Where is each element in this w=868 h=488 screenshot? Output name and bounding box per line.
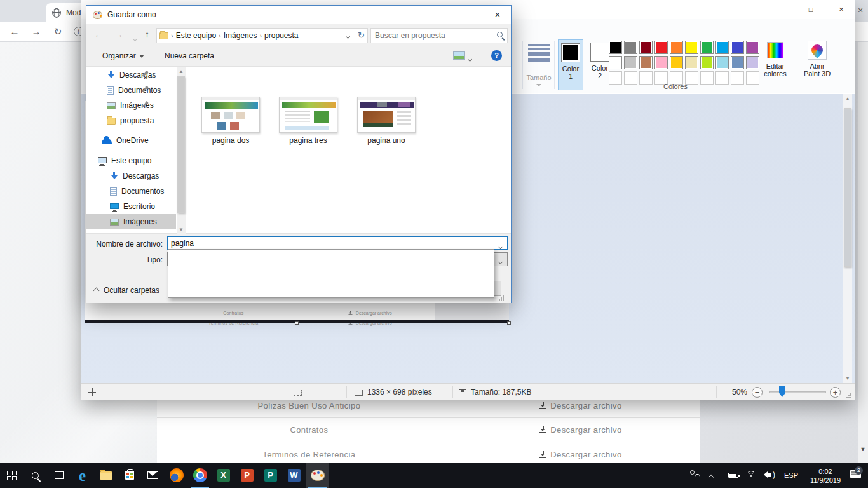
file-item[interactable]: pagina dos — [192, 97, 269, 145]
nav-forward-icon[interactable]: → — [114, 29, 123, 39]
palette-swatch-empty[interactable] — [624, 71, 637, 85]
sidebar-item-propuesta[interactable]: propuesta — [86, 113, 176, 128]
palette-swatch[interactable] — [654, 41, 668, 54]
palette-swatch[interactable] — [700, 41, 714, 54]
sidebar-item-este-equipo[interactable]: Este equipo — [86, 153, 176, 168]
sidebar-item-imagenes-selected[interactable]: Imágenes — [86, 214, 176, 229]
zoom-slider-track[interactable] — [769, 391, 826, 393]
breadcrumb[interactable]: › Este equipo › Imágenes › propuesta — [156, 28, 355, 43]
minimize-button[interactable]: — — [771, 4, 790, 15]
taskbar-word[interactable]: W — [282, 463, 306, 488]
filename-field[interactable] — [167, 236, 508, 250]
open-paint3d-button[interactable]: AbrirPaint 3D — [799, 39, 835, 90]
palette-swatch[interactable] — [609, 41, 622, 54]
palette-swatch[interactable] — [624, 41, 637, 54]
download-link[interactable]: Descargar archivo — [461, 401, 700, 410]
palette-swatch[interactable] — [654, 56, 668, 69]
breadcrumb-segment[interactable]: Este equipo — [176, 31, 216, 40]
palette-swatch[interactable] — [715, 56, 729, 69]
nav-back-icon[interactable]: ← — [94, 29, 103, 39]
sidebar-item-descargas-pinned[interactable]: Descargas — [86, 67, 176, 83]
taskbar-chrome[interactable] — [188, 463, 212, 488]
filename-input[interactable] — [171, 238, 476, 248]
maximize-button[interactable]: □ — [801, 4, 820, 15]
taskbar-edge[interactable]: e — [71, 463, 94, 488]
organize-button[interactable]: Organizar — [102, 51, 144, 60]
sidebar-item-documentos-pinned[interactable]: Documentos — [86, 83, 176, 98]
close-button[interactable]: × — [832, 4, 851, 15]
autocomplete-dropdown[interactable] — [168, 249, 494, 298]
battery-indicator[interactable] — [728, 463, 742, 488]
breadcrumb-segment[interactable]: Imágenes — [224, 31, 257, 40]
browser-reload-icon[interactable]: ↻ — [52, 26, 64, 37]
palette-swatch-empty[interactable] — [715, 71, 729, 85]
taskbar-firefox[interactable] — [165, 463, 188, 488]
taskbar-powerpoint[interactable]: P — [235, 463, 259, 488]
edit-colors-button[interactable]: Editarcolores — [757, 39, 793, 90]
palette-swatch-empty[interactable] — [731, 71, 744, 85]
zoom-slider-thumb[interactable] — [779, 386, 785, 397]
palette-swatch[interactable] — [639, 41, 653, 54]
views-dropdown-icon[interactable] — [468, 54, 471, 63]
browser-forward-icon[interactable]: → — [31, 26, 42, 37]
palette-swatch[interactable] — [700, 56, 714, 69]
palette-swatch[interactable] — [670, 56, 683, 69]
canvas-resize-handle-corner[interactable] — [507, 321, 511, 325]
taskbar-excel[interactable]: X — [212, 463, 235, 488]
dialog-resize-grip[interactable] — [498, 295, 505, 301]
browser-back-icon[interactable]: ← — [9, 26, 20, 37]
start-button[interactable] — [0, 463, 24, 488]
scrollbar-thumb[interactable] — [177, 76, 185, 213]
refresh-button[interactable]: ↻ — [355, 28, 368, 43]
hide-folders-button[interactable]: Ocultar carpetas — [94, 286, 159, 295]
taskbar-mail[interactable] — [141, 463, 165, 488]
sidebar-scrollbar[interactable]: ▲ ▼ — [177, 67, 186, 234]
filetype-dropdown-icon[interactable] — [499, 257, 502, 266]
download-link[interactable]: Descargar archivo — [461, 425, 700, 435]
taskbar-publisher[interactable]: P — [259, 463, 282, 488]
paint-vertical-scrollbar[interactable]: ▲ ▼ — [843, 94, 852, 383]
clock[interactable]: 0:02 11/9/2019 — [806, 463, 845, 488]
browser-scrollbar[interactable]: ▼ — [858, 42, 868, 463]
browser-close-button[interactable]: × — [855, 4, 866, 16]
dialog-titlebar[interactable]: Guardar como × — [86, 6, 511, 24]
search-icon[interactable] — [497, 32, 503, 37]
dialog-close-button[interactable]: × — [489, 8, 506, 21]
sidebar-item-documentos[interactable]: Documentos — [86, 184, 176, 199]
nav-history-icon[interactable] — [133, 34, 137, 43]
scroll-up-icon[interactable]: ▲ — [177, 69, 186, 74]
sidebar-item-escritorio[interactable]: Escritorio — [86, 199, 176, 214]
people-button[interactable] — [688, 463, 703, 488]
file-item[interactable]: pagina tres — [269, 97, 347, 145]
scrollbar-thumb[interactable] — [844, 108, 851, 267]
volume-indicator[interactable] — [764, 463, 778, 488]
size-button[interactable]: Tamaño — [525, 39, 553, 90]
scroll-down-icon[interactable]: ▼ — [843, 376, 852, 381]
canvas-resize-handle-bottom[interactable] — [295, 321, 299, 325]
palette-swatch[interactable] — [731, 41, 744, 54]
palette-swatch-empty[interactable] — [700, 71, 714, 85]
taskbar-paint-active[interactable] — [306, 463, 329, 488]
scroll-up-icon[interactable]: ▲ — [843, 96, 852, 102]
zoom-in-button[interactable]: + — [830, 387, 841, 398]
notification-center-button[interactable]: 2 — [849, 463, 868, 488]
palette-swatch-empty[interactable] — [639, 71, 653, 85]
taskbar-store[interactable] — [118, 463, 141, 488]
window-resize-grip[interactable] — [846, 393, 852, 399]
language-indicator[interactable]: ESP — [782, 463, 801, 488]
sidebar-item-imagenes-pinned[interactable]: Imágenes — [86, 98, 176, 113]
download-link[interactable]: Descargar archivo — [461, 450, 700, 459]
search-input[interactable] — [375, 30, 489, 41]
breadcrumb-segment[interactable]: propuesta — [264, 31, 298, 40]
search-box[interactable] — [370, 28, 508, 43]
palette-swatch[interactable] — [639, 56, 653, 69]
views-icon[interactable] — [453, 51, 465, 60]
breadcrumb-dropdown-icon[interactable] — [346, 31, 349, 40]
dialog-help-icon[interactable]: ? — [491, 50, 502, 61]
scroll-down-icon[interactable]: ▼ — [858, 446, 868, 452]
palette-swatch[interactable] — [624, 56, 637, 69]
sidebar-item-descargas[interactable]: Descargas — [86, 168, 176, 184]
color1-button[interactable]: Color1 — [558, 39, 583, 90]
palette-swatch[interactable] — [685, 56, 698, 69]
task-view-button[interactable] — [47, 463, 71, 488]
